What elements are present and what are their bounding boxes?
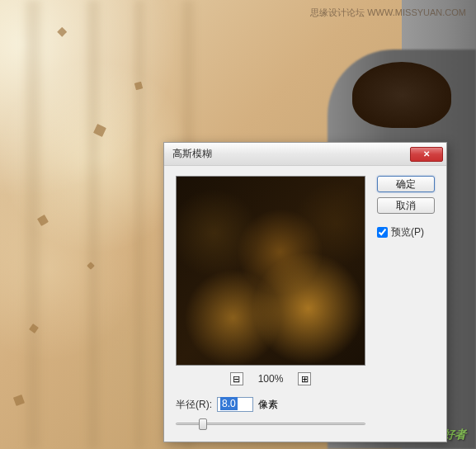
watermark-top: 思缘设计论坛 WWW.MISSYUAN.COM: [310, 7, 466, 19]
radius-slider[interactable]: [176, 418, 365, 430]
dialog-body: ⊟ 100% ⊞ 半径(R): 8.0 像素 确定 取消 预览(: [164, 166, 446, 442]
dialog-title: 高斯模糊: [172, 147, 410, 161]
ok-button[interactable]: 确定: [377, 176, 435, 192]
zoom-out-button[interactable]: ⊟: [230, 372, 243, 385]
zoom-in-button[interactable]: ⊞: [298, 372, 311, 385]
radius-label: 半径(R):: [176, 398, 212, 412]
preview-checkbox[interactable]: [377, 227, 388, 238]
button-column: 确定 取消 预览(P): [377, 176, 435, 430]
background-hair: [352, 62, 451, 128]
cancel-button[interactable]: 取消: [377, 197, 435, 214]
preview-column: ⊟ 100% ⊞ 半径(R): 8.0 像素: [176, 176, 365, 430]
dialog-titlebar[interactable]: 高斯模糊 ✕: [164, 143, 446, 166]
zoom-level: 100%: [258, 373, 284, 385]
gaussian-blur-dialog: 高斯模糊 ✕ ⊟ 100% ⊞ 半径(R): 8.0 像素: [163, 142, 447, 442]
zoom-controls: ⊟ 100% ⊞: [176, 372, 365, 385]
radius-unit: 像素: [258, 398, 278, 412]
preview-checkbox-row[interactable]: 预览(P): [377, 225, 435, 239]
close-icon: ✕: [423, 149, 430, 158]
plus-icon: ⊞: [301, 374, 309, 385]
radius-row: 半径(R): 8.0 像素: [176, 397, 365, 412]
minus-icon: ⊟: [233, 374, 240, 385]
close-button[interactable]: ✕: [410, 147, 443, 162]
preview-checkbox-label: 预览(P): [391, 225, 424, 239]
radius-input[interactable]: 8.0: [217, 397, 253, 412]
slider-thumb[interactable]: [199, 418, 207, 430]
preview-image[interactable]: [176, 176, 365, 366]
